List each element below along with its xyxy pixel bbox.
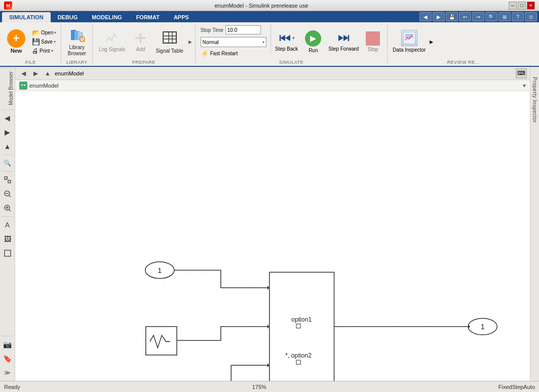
settings-button[interactable]: ⊙ [525,12,537,21]
library-group-label: LIBRARY [64,60,89,65]
mux-block[interactable] [270,272,334,381]
stop-time-label: Stop Time [201,27,223,33]
zoom-button[interactable]: 🔍 [485,12,497,21]
sidebar-tool-zoomin[interactable] [1,202,14,215]
step-back-button[interactable]: ▾ Step Back [273,24,300,59]
address-bar: ◀ ▶ ▲ enumModel ⌨ [15,67,530,80]
review-expand-arrow[interactable]: ▸ [430,37,433,46]
status-ready: Ready [4,384,20,390]
stop-time-input[interactable] [225,25,261,34]
svg-rect-37 [21,85,23,86]
sidebar-tool-image[interactable]: 🖼 [1,232,14,246]
help-button[interactable]: ? [512,12,524,21]
svg-point-6 [110,39,112,41]
close-button[interactable]: ✕ [527,2,535,10]
new-button[interactable]: + New [3,24,29,59]
print-button[interactable]: 🖨 Print ▾ [30,47,58,55]
breadcrumb-dropdown[interactable]: ▾ [523,82,526,89]
open-dropdown-arrow[interactable]: ▾ [54,30,56,35]
tab-debug[interactable]: DEBUG [51,12,85,22]
fast-restart-toggle[interactable]: ⚡ Fast Restart [201,50,266,57]
minimize-button[interactable]: ─ [509,2,517,10]
simulation-mode-select[interactable]: Normal ▾ [201,37,266,47]
title-bar: M enumModel - Simulink prerelease use ─ … [0,0,539,11]
save-button[interactable]: 💾 Save ▾ [30,37,58,46]
open-button[interactable]: 📂 Open ▾ [30,28,58,37]
sidebar-tool-text[interactable]: A [1,218,14,231]
keyboard-button[interactable]: ⌨ [516,68,527,79]
address-model-name: enumModel [55,70,84,76]
svg-line-4 [84,41,85,42]
nav-back-button[interactable]: ◀ [18,68,28,79]
status-zoom: 175% [20,384,498,390]
undo-button[interactable]: ↩ [459,12,471,21]
nav-forward-button[interactable]: ▶ [30,68,41,79]
fast-restart-label: Fast Restart [210,51,238,56]
status-bar: Ready 175% FixedStepAuto [0,381,539,392]
main-area: Model Browser ◀ ▶ ▲ 🔍 [0,67,539,381]
add-button[interactable]: Add [129,24,151,59]
step-back-icon-area: ▾ [278,31,295,45]
open-icon: 📂 [32,29,40,36]
new-icon: + [7,29,25,48]
prepare-expand-arrow[interactable]: ▸ [188,37,192,46]
stop-button[interactable]: Stop [362,24,384,59]
stop-label: Stop [368,47,378,52]
out1-label: 1 [481,323,485,331]
model-browser-label[interactable]: Model Browser [0,68,15,108]
const1-label: 1 [158,266,162,275]
log-signals-button[interactable]: Log Signals [96,24,128,59]
app-icon: M [4,2,12,10]
prepare-group: Log Signals Add [93,23,196,65]
step-back-dropdown[interactable]: ▾ [292,35,295,41]
sidebar-tool-fitview[interactable] [1,173,14,186]
svg-marker-16 [285,35,290,41]
sidebar-tool-up[interactable]: ▲ [1,140,14,153]
simulink-canvas: 1 option1 *, option2 [15,91,530,381]
data-inspector-button[interactable]: Data Inspector [391,24,428,59]
svg-rect-35 [5,250,11,256]
app-icon-area: M [4,2,14,10]
property-inspector-panel[interactable]: Property Inspector [530,67,539,381]
svg-point-7 [113,34,115,36]
save-dropdown-arrow[interactable]: ▾ [54,40,56,44]
svg-rect-9 [135,37,145,39]
run-button[interactable]: ▶ Run [301,24,325,59]
ribbon-toolbar: + New 📂 Open ▾ 💾 Save ▾ 🖨 Print ▾ [0,22,539,67]
canvas-area[interactable]: 1 option1 *, option2 [15,91,530,381]
sidebar-tool-back[interactable]: ◀ [1,111,14,125]
svg-rect-24 [5,177,7,179]
svg-point-5 [108,37,110,39]
library-browser-button[interactable]: LibraryBrowser [64,24,89,59]
redo-button[interactable]: ↪ [472,12,484,21]
ribbon-tab-bar: SIMULATION DEBUG MODELING FORMAT APPS ◀ … [0,11,539,22]
sidebar-tool-fwd[interactable]: ▶ [1,126,14,139]
library-icon [69,27,85,43]
svg-rect-36 [20,84,26,88]
sidebar-tool-bookmark[interactable]: 🔖 [1,352,14,365]
tab-modeling[interactable]: MODELING [85,12,129,22]
step-forward-button[interactable]: Step Forward [326,24,361,59]
sidebar-divider-1 [2,109,13,110]
print-dropdown-arrow[interactable]: ▾ [51,49,53,53]
fwd-button[interactable]: ▶ [433,12,445,21]
review-group-label: REVIEW RE... [391,60,536,65]
sidebar-tool-zoomout[interactable] [1,187,14,201]
sidebar-tool-camera[interactable]: 📷 [1,338,14,351]
back-button[interactable]: ◀ [419,12,432,21]
maximize-button[interactable]: □ [518,2,526,10]
sidebar-expand[interactable]: ≫ [1,366,14,379]
stop-icon [366,31,380,46]
nav-up-button[interactable]: ▲ [43,68,53,79]
svg-rect-38 [24,85,25,86]
sidebar-tool-rect[interactable] [1,247,14,260]
sidebar-tool-search[interactable]: 🔍 [1,156,14,170]
expand-button[interactable]: ⊞ [498,12,511,21]
save-ribbon-button[interactable]: 💾 [446,12,458,21]
sim-controls: Stop Time Normal ▾ ⚡ Fast Restart [199,24,268,58]
tab-apps[interactable]: APPS [167,12,196,22]
tab-simulation[interactable]: SIMULATION [2,12,51,22]
file-group-content: + New 📂 Open ▾ 💾 Save ▾ 🖨 Print ▾ [3,24,58,59]
tab-format[interactable]: FORMAT [129,12,167,22]
signal-table-button[interactable]: Signal Table [152,24,186,59]
